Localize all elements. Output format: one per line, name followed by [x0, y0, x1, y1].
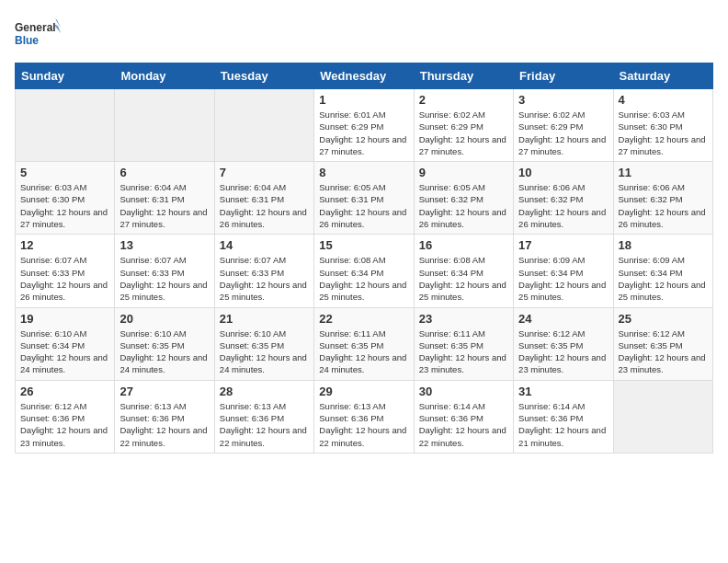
- day-cell: 7Sunrise: 6:04 AMSunset: 6:31 PMDaylight…: [214, 162, 313, 235]
- day-cell: 6Sunrise: 6:04 AMSunset: 6:31 PMDaylight…: [115, 162, 214, 235]
- day-cell: 29Sunrise: 6:13 AMSunset: 6:36 PMDayligh…: [314, 380, 414, 453]
- day-info: Sunrise: 6:12 AMSunset: 6:35 PMDaylight:…: [518, 327, 608, 376]
- day-info: Sunrise: 6:06 AMSunset: 6:32 PMDaylight:…: [518, 181, 608, 230]
- day-number: 13: [119, 238, 209, 252]
- svg-text:General: General: [15, 21, 56, 34]
- day-cell: 20Sunrise: 6:10 AMSunset: 6:35 PMDayligh…: [115, 307, 214, 380]
- day-number: 27: [119, 385, 209, 398]
- day-cell: 15Sunrise: 6:08 AMSunset: 6:34 PMDayligh…: [314, 235, 414, 307]
- day-number: 11: [619, 166, 708, 179]
- day-number: 30: [419, 385, 508, 398]
- day-info: Sunrise: 6:02 AMSunset: 6:29 PMDaylight:…: [518, 109, 608, 157]
- day-number: 20: [119, 312, 209, 326]
- day-info: Sunrise: 6:05 AMSunset: 6:32 PMDaylight:…: [419, 181, 508, 230]
- day-cell: [214, 89, 313, 162]
- day-cell: 25Sunrise: 6:12 AMSunset: 6:35 PMDayligh…: [613, 307, 712, 380]
- week-row-4: 19Sunrise: 6:10 AMSunset: 6:34 PMDayligh…: [16, 307, 713, 380]
- weekday-header-row: SundayMondayTuesdayWednesdayThursdayFrid…: [16, 63, 713, 89]
- day-cell: 22Sunrise: 6:11 AMSunset: 6:35 PMDayligh…: [314, 307, 414, 380]
- day-cell: 4Sunrise: 6:03 AMSunset: 6:30 PMDaylight…: [613, 89, 712, 162]
- calendar-table: SundayMondayTuesdayWednesdayThursdayFrid…: [15, 63, 713, 454]
- day-info: Sunrise: 6:07 AMSunset: 6:33 PMDaylight:…: [20, 254, 109, 303]
- header-tuesday: Tuesday: [214, 63, 313, 89]
- day-number: 10: [518, 166, 608, 179]
- day-cell: 2Sunrise: 6:02 AMSunset: 6:29 PMDaylight…: [414, 89, 513, 162]
- day-info: Sunrise: 6:10 AMSunset: 6:34 PMDaylight:…: [20, 327, 109, 376]
- day-info: Sunrise: 6:08 AMSunset: 6:34 PMDaylight:…: [319, 254, 408, 303]
- day-cell: 17Sunrise: 6:09 AMSunset: 6:34 PMDayligh…: [514, 235, 613, 307]
- day-cell: 14Sunrise: 6:07 AMSunset: 6:33 PMDayligh…: [214, 235, 313, 307]
- day-cell: [16, 89, 115, 162]
- day-number: 28: [220, 385, 309, 398]
- day-info: Sunrise: 6:14 AMSunset: 6:36 PMDaylight:…: [419, 400, 508, 449]
- day-info: Sunrise: 6:10 AMSunset: 6:35 PMDaylight:…: [220, 327, 309, 376]
- logo: General Blue: [15, 15, 61, 53]
- day-info: Sunrise: 6:12 AMSunset: 6:35 PMDaylight:…: [619, 327, 708, 376]
- day-cell: 10Sunrise: 6:06 AMSunset: 6:32 PMDayligh…: [514, 162, 613, 235]
- day-info: Sunrise: 6:07 AMSunset: 6:33 PMDaylight:…: [220, 254, 309, 303]
- day-cell: [115, 89, 214, 162]
- day-info: Sunrise: 6:04 AMSunset: 6:31 PMDaylight:…: [119, 181, 209, 230]
- day-cell: 16Sunrise: 6:08 AMSunset: 6:34 PMDayligh…: [414, 235, 513, 307]
- day-number: 25: [619, 312, 708, 326]
- day-cell: 18Sunrise: 6:09 AMSunset: 6:34 PMDayligh…: [613, 235, 712, 307]
- day-cell: 11Sunrise: 6:06 AMSunset: 6:32 PMDayligh…: [613, 162, 712, 235]
- day-info: Sunrise: 6:07 AMSunset: 6:33 PMDaylight:…: [119, 254, 209, 303]
- day-info: Sunrise: 6:10 AMSunset: 6:35 PMDaylight:…: [119, 327, 209, 376]
- day-cell: 28Sunrise: 6:13 AMSunset: 6:36 PMDayligh…: [214, 380, 313, 453]
- day-info: Sunrise: 6:04 AMSunset: 6:31 PMDaylight:…: [220, 181, 309, 230]
- day-cell: 31Sunrise: 6:14 AMSunset: 6:36 PMDayligh…: [514, 380, 613, 453]
- day-cell: 1Sunrise: 6:01 AMSunset: 6:29 PMDaylight…: [314, 89, 414, 162]
- week-row-2: 5Sunrise: 6:03 AMSunset: 6:30 PMDaylight…: [16, 162, 713, 235]
- day-cell: 27Sunrise: 6:13 AMSunset: 6:36 PMDayligh…: [115, 380, 214, 453]
- day-number: 24: [518, 312, 608, 326]
- day-number: 26: [20, 385, 109, 398]
- logo-svg: General Blue: [15, 15, 61, 53]
- day-info: Sunrise: 6:12 AMSunset: 6:36 PMDaylight:…: [20, 400, 109, 449]
- header: General Blue: [15, 15, 713, 53]
- header-wednesday: Wednesday: [314, 63, 414, 89]
- week-row-1: 1Sunrise: 6:01 AMSunset: 6:29 PMDaylight…: [16, 89, 713, 162]
- day-info: Sunrise: 6:06 AMSunset: 6:32 PMDaylight:…: [619, 181, 708, 230]
- day-cell: [613, 380, 712, 453]
- day-number: 5: [20, 166, 109, 179]
- header-monday: Monday: [115, 63, 214, 89]
- day-cell: 24Sunrise: 6:12 AMSunset: 6:35 PMDayligh…: [514, 307, 613, 380]
- header-friday: Friday: [514, 63, 613, 89]
- day-number: 17: [518, 238, 608, 252]
- day-number: 4: [619, 93, 708, 107]
- day-number: 22: [319, 312, 408, 326]
- day-info: Sunrise: 6:13 AMSunset: 6:36 PMDaylight:…: [319, 400, 408, 449]
- day-number: 31: [518, 385, 608, 398]
- day-cell: 13Sunrise: 6:07 AMSunset: 6:33 PMDayligh…: [115, 235, 214, 307]
- day-info: Sunrise: 6:05 AMSunset: 6:31 PMDaylight:…: [319, 181, 408, 230]
- day-info: Sunrise: 6:03 AMSunset: 6:30 PMDaylight:…: [619, 109, 708, 157]
- day-info: Sunrise: 6:13 AMSunset: 6:36 PMDaylight:…: [220, 400, 309, 449]
- day-cell: 26Sunrise: 6:12 AMSunset: 6:36 PMDayligh…: [16, 380, 115, 453]
- day-number: 6: [119, 166, 209, 179]
- day-number: 2: [419, 93, 508, 107]
- day-cell: 19Sunrise: 6:10 AMSunset: 6:34 PMDayligh…: [16, 307, 115, 380]
- day-number: 3: [518, 93, 608, 107]
- week-row-3: 12Sunrise: 6:07 AMSunset: 6:33 PMDayligh…: [16, 235, 713, 307]
- day-number: 18: [619, 238, 708, 252]
- day-info: Sunrise: 6:03 AMSunset: 6:30 PMDaylight:…: [20, 181, 109, 230]
- svg-text:Blue: Blue: [15, 34, 39, 47]
- day-cell: 30Sunrise: 6:14 AMSunset: 6:36 PMDayligh…: [414, 380, 513, 453]
- day-info: Sunrise: 6:09 AMSunset: 6:34 PMDaylight:…: [619, 254, 708, 303]
- day-info: Sunrise: 6:02 AMSunset: 6:29 PMDaylight:…: [419, 109, 508, 157]
- day-number: 7: [220, 166, 309, 179]
- day-cell: 12Sunrise: 6:07 AMSunset: 6:33 PMDayligh…: [16, 235, 115, 307]
- header-saturday: Saturday: [613, 63, 712, 89]
- day-cell: 23Sunrise: 6:11 AMSunset: 6:35 PMDayligh…: [414, 307, 513, 380]
- day-cell: 3Sunrise: 6:02 AMSunset: 6:29 PMDaylight…: [514, 89, 613, 162]
- day-number: 9: [419, 166, 508, 179]
- day-number: 23: [419, 312, 508, 326]
- day-number: 29: [319, 385, 408, 398]
- day-number: 21: [220, 312, 309, 326]
- week-row-5: 26Sunrise: 6:12 AMSunset: 6:36 PMDayligh…: [16, 380, 713, 453]
- header-sunday: Sunday: [16, 63, 115, 89]
- day-cell: 5Sunrise: 6:03 AMSunset: 6:30 PMDaylight…: [16, 162, 115, 235]
- day-number: 14: [220, 238, 309, 252]
- day-cell: 8Sunrise: 6:05 AMSunset: 6:31 PMDaylight…: [314, 162, 414, 235]
